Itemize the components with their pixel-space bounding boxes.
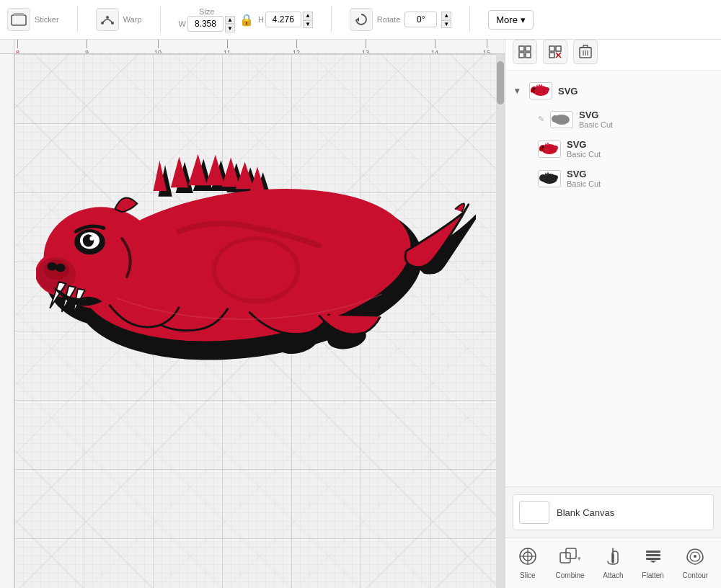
sticker-label: Sticker	[35, 15, 59, 24]
svg-rect-48	[549, 46, 554, 51]
svg-marker-86	[547, 172, 549, 174]
svg-rect-47	[526, 53, 531, 58]
svg-point-83	[539, 174, 547, 182]
combine-button[interactable]: ▾ Combine	[550, 544, 590, 582]
width-up[interactable]: ▲	[225, 16, 235, 24]
layer-child-2-info: SVG Basic Cut	[567, 139, 601, 159]
scrollbar-thumb[interactable]	[497, 61, 504, 104]
layer-child-3-subname: Basic Cut	[567, 179, 601, 188]
ruler-mark-9: 9	[85, 40, 89, 54]
svg-point-64	[544, 87, 549, 92]
rotate-group: Rotate ▲ ▼	[350, 8, 451, 31]
rotate-up[interactable]: ▲	[441, 12, 451, 19]
sep4	[469, 6, 470, 32]
rotate-input[interactable]	[404, 12, 437, 27]
width-label: W	[179, 19, 186, 28]
more-label: More	[496, 14, 518, 25]
flatten-button[interactable]: Flatten	[636, 544, 670, 582]
delete-button[interactable]	[573, 40, 598, 64]
svg-rect-1	[14, 13, 24, 16]
combine-label: Combine	[556, 571, 585, 579]
combine-icon	[559, 547, 578, 569]
group-button[interactable]	[513, 40, 537, 64]
layer-svg-child-3[interactable]: SVG Basic Cut	[509, 164, 717, 192]
layer-child-1-info: SVG Basic Cut	[579, 110, 613, 129]
svg-point-97	[694, 555, 696, 558]
slice-button[interactable]: Slice	[513, 544, 543, 582]
layer-child-3-name: SVG	[567, 169, 601, 179]
size-label: Size	[199, 7, 214, 16]
warp-group: Warp	[96, 8, 142, 31]
svg-rect-94	[646, 554, 660, 556]
svg-rect-93	[646, 551, 660, 553]
edit-icon: ✎	[538, 115, 544, 124]
ruler-top: 8 9 10 11 12 13	[14, 40, 505, 54]
svg-marker-66	[539, 84, 540, 86]
height-down[interactable]: ▼	[303, 20, 313, 28]
layer-child-3-info: SVG Basic Cut	[567, 169, 601, 188]
width-group: Size W ▲ ▼	[179, 7, 235, 32]
svg-point-33	[89, 236, 94, 241]
layer-svg-parent[interactable]: ▾ SVG	[509, 78, 717, 104]
ruler-mark-13: 13	[362, 40, 369, 54]
height-input[interactable]	[265, 12, 301, 27]
more-button[interactable]: More ▾	[488, 10, 534, 30]
blank-canvas-thumb	[519, 501, 549, 524]
svg-marker-77	[545, 143, 547, 145]
blank-canvas-item[interactable]: Blank Canvas	[513, 494, 714, 530]
ungroup-button[interactable]	[543, 40, 567, 64]
blank-canvas-label: Blank Canvas	[557, 507, 614, 518]
warp-button[interactable]	[96, 8, 119, 31]
warp-label: Warp	[123, 15, 142, 24]
canvas-area: 8 9 10 11 12 13	[0, 40, 505, 588]
right-panel: Layers Color Sync	[505, 0, 721, 588]
flatten-label: Flatten	[642, 571, 664, 579]
height-group: H ▲ ▼	[258, 12, 313, 28]
width-down[interactable]: ▼	[225, 24, 235, 32]
svg-marker-85	[545, 172, 547, 174]
svg-rect-49	[556, 46, 561, 51]
rotate-button[interactable]	[350, 8, 373, 31]
svg-point-76	[552, 146, 558, 150]
attach-label: Attach	[603, 571, 623, 579]
contour-button[interactable]: Contour	[677, 544, 715, 582]
slice-label: Slice	[520, 571, 536, 579]
svg-marker-65	[536, 84, 538, 86]
svg-point-79	[542, 146, 544, 148]
height-up[interactable]: ▲	[303, 12, 313, 19]
razorback-image[interactable]	[36, 148, 476, 371]
lock-icon[interactable]: 🔒	[239, 13, 254, 27]
svg-rect-92	[566, 548, 576, 558]
ruler-mark-14: 14	[431, 40, 438, 54]
svg-point-3	[111, 22, 114, 24]
rotate-down[interactable]: ▼	[441, 20, 451, 28]
ruler-mark-10: 10	[154, 40, 162, 54]
flatten-icon	[644, 547, 663, 569]
width-input[interactable]	[187, 16, 224, 32]
svg-rect-50	[549, 53, 554, 58]
main-toolbar: Sticker Warp Size W ▲ ▼ �	[0, 0, 721, 40]
contour-icon	[686, 547, 704, 569]
grid-canvas[interactable]	[14, 54, 505, 588]
layer-child-2-name: SVG	[567, 139, 601, 150]
layer-svg-child-2[interactable]: SVG Basic Cut	[509, 135, 717, 163]
svg-point-2	[101, 22, 104, 24]
svg-point-84	[552, 175, 558, 179]
layers-list: ▾ SVG	[505, 71, 721, 486]
ruler-mark-8: 8	[16, 40, 19, 54]
ruler-mark-15: 15	[483, 40, 490, 54]
attach-button[interactable]: Attach	[597, 544, 629, 582]
svg-point-41	[47, 262, 57, 271]
layer-svg-child-1[interactable]: ✎ SVG Basic Cut	[509, 105, 717, 133]
ruler-mark-11: 11	[224, 40, 231, 54]
layer-parent-name: SVG	[558, 86, 578, 97]
svg-rect-44	[519, 46, 524, 51]
layer-thumb-child-2	[538, 141, 561, 158]
layer-thumb-child-1	[550, 111, 573, 128]
more-arrow: ▾	[521, 14, 526, 25]
svg-rect-91	[560, 553, 570, 563]
layer-parent-info: SVG	[558, 86, 578, 97]
sticker-button[interactable]	[7, 8, 30, 31]
scrollbar-right[interactable]	[496, 54, 505, 588]
sep1	[77, 6, 78, 32]
